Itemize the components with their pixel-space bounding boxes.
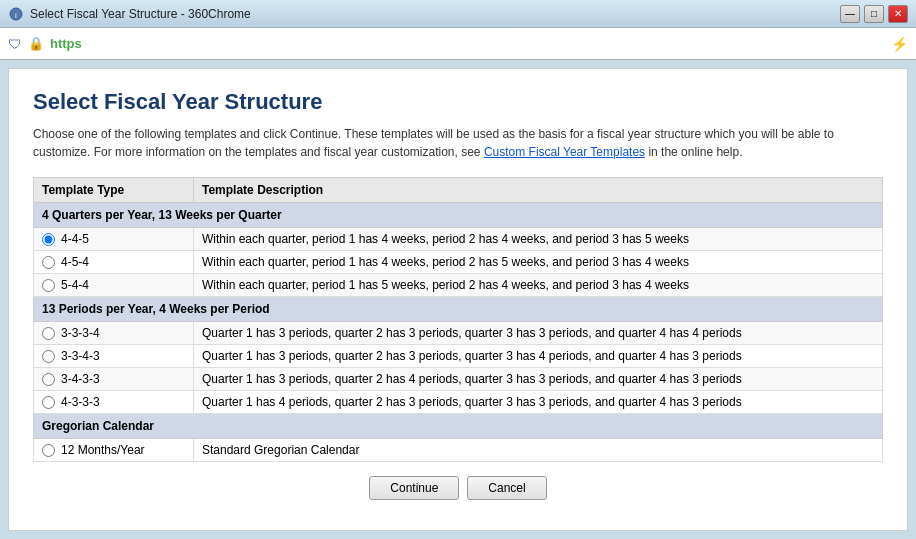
address-bar: 🛡 🔒 https ⚡	[0, 28, 916, 60]
app-icon: i	[8, 6, 24, 22]
template-type-cell[interactable]: 4-5-4	[34, 251, 194, 274]
close-button[interactable]: ✕	[888, 5, 908, 23]
template-type-cell[interactable]: 4-4-5	[34, 228, 194, 251]
maximize-button[interactable]: □	[864, 5, 884, 23]
desc-text-after-link: in the online help.	[645, 145, 742, 159]
template-radio-r3334[interactable]	[42, 327, 55, 340]
dialog-title: Select Fiscal Year Structure	[33, 89, 883, 115]
continue-button[interactable]: Continue	[369, 476, 459, 500]
minimize-button[interactable]: —	[840, 5, 860, 23]
section-header-section-greg: Gregorian Calendar	[34, 414, 883, 439]
template-desc-cell: Quarter 1 has 3 periods, quarter 2 has 3…	[194, 345, 883, 368]
table-row[interactable]: 4-3-3-3Quarter 1 has 4 periods, quarter …	[34, 391, 883, 414]
table-row[interactable]: 3-4-3-3Quarter 1 has 3 periods, quarter …	[34, 368, 883, 391]
template-table: Template Type Template Description 4 Qua…	[33, 177, 883, 462]
template-desc-cell: Quarter 1 has 3 periods, quarter 2 has 4…	[194, 368, 883, 391]
template-radio-r3433[interactable]	[42, 373, 55, 386]
template-radio-r12m[interactable]	[42, 444, 55, 457]
template-type-cell[interactable]: 5-4-4	[34, 274, 194, 297]
template-desc-cell: Standard Gregorian Calendar	[194, 439, 883, 462]
template-type-label: 12 Months/Year	[61, 443, 145, 457]
template-type-label: 3-4-3-3	[61, 372, 100, 386]
template-type-label: 5-4-4	[61, 278, 89, 292]
window-title: Select Fiscal Year Structure - 360Chrome	[30, 7, 840, 21]
custom-templates-link[interactable]: Custom Fiscal Year Templates	[484, 145, 645, 159]
template-type-label: 4-5-4	[61, 255, 89, 269]
section-header-section-13p: 13 Periods per Year, 4 Weeks per Period	[34, 297, 883, 322]
table-row[interactable]: 4-5-4Within each quarter, period 1 has 4…	[34, 251, 883, 274]
table-row[interactable]: 4-4-5Within each quarter, period 1 has 4…	[34, 228, 883, 251]
svg-text:i: i	[15, 11, 17, 20]
template-type-cell[interactable]: 12 Months/Year	[34, 439, 194, 462]
dialog-description: Choose one of the following templates an…	[33, 125, 883, 161]
table-row[interactable]: 3-3-4-3Quarter 1 has 3 periods, quarter …	[34, 345, 883, 368]
template-desc-cell: Within each quarter, period 1 has 4 week…	[194, 228, 883, 251]
cancel-button[interactable]: Cancel	[467, 476, 546, 500]
template-desc-cell: Quarter 1 has 3 periods, quarter 2 has 3…	[194, 322, 883, 345]
lightning-icon: ⚡	[891, 36, 908, 52]
table-row[interactable]: 3-3-3-4Quarter 1 has 3 periods, quarter …	[34, 322, 883, 345]
lock-icon: 🔒	[28, 36, 44, 51]
template-desc-cell: Within each quarter, period 1 has 5 week…	[194, 274, 883, 297]
template-type-label: 3-3-3-4	[61, 326, 100, 340]
dialog-body: Select Fiscal Year Structure Choose one …	[8, 68, 908, 531]
template-type-cell[interactable]: 4-3-3-3	[34, 391, 194, 414]
template-radio-r445[interactable]	[42, 233, 55, 246]
section-header-section-4q: 4 Quarters per Year, 13 Weeks per Quarte…	[34, 203, 883, 228]
window-controls: — □ ✕	[840, 5, 908, 23]
template-type-cell[interactable]: 3-4-3-3	[34, 368, 194, 391]
table-row[interactable]: 5-4-4Within each quarter, period 1 has 5…	[34, 274, 883, 297]
template-type-cell[interactable]: 3-3-4-3	[34, 345, 194, 368]
dialog-footer: Continue Cancel	[33, 462, 883, 500]
col-type-header: Template Type	[34, 178, 194, 203]
template-type-label: 4-3-3-3	[61, 395, 100, 409]
url-text[interactable]: https	[50, 36, 82, 51]
shield-icon: 🛡	[8, 36, 22, 52]
template-radio-r454[interactable]	[42, 256, 55, 269]
template-radio-r4333[interactable]	[42, 396, 55, 409]
col-desc-header: Template Description	[194, 178, 883, 203]
template-type-label: 3-3-4-3	[61, 349, 100, 363]
template-radio-r3343[interactable]	[42, 350, 55, 363]
template-desc-cell: Quarter 1 has 4 periods, quarter 2 has 3…	[194, 391, 883, 414]
template-type-cell[interactable]: 3-3-3-4	[34, 322, 194, 345]
window-titlebar: i Select Fiscal Year Structure - 360Chro…	[0, 0, 916, 28]
template-type-label: 4-4-5	[61, 232, 89, 246]
template-radio-r544[interactable]	[42, 279, 55, 292]
template-desc-cell: Within each quarter, period 1 has 4 week…	[194, 251, 883, 274]
table-row[interactable]: 12 Months/YearStandard Gregorian Calenda…	[34, 439, 883, 462]
